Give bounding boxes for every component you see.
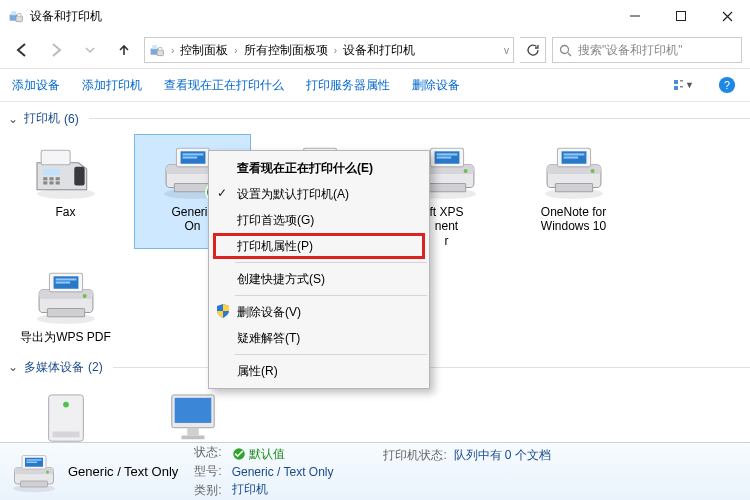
address-dropdown[interactable]: v — [504, 45, 509, 56]
status-model-key: 型号: — [194, 464, 221, 478]
multimedia-grid: Administrator的 VihomeMediaS — [8, 384, 750, 442]
svg-rect-38 — [680, 80, 683, 82]
server-props-cmd[interactable]: 打印服务器属性 — [306, 77, 390, 94]
group-title: 打印机 — [24, 110, 60, 127]
device-fax[interactable]: Fax — [8, 135, 123, 248]
chevron-down-icon: ⌄ — [8, 360, 20, 374]
add-printer-cmd[interactable]: 添加打印机 — [82, 77, 142, 94]
fax-icon — [32, 142, 100, 200]
breadcrumb[interactable]: 所有控制面板项 — [244, 42, 328, 59]
svg-rect-37 — [674, 80, 678, 84]
ctx-set-default[interactable]: ✓设置为默认打印机(A) — [209, 181, 429, 207]
ctx-see-queue[interactable]: 查看现在正在打印什么(E) — [209, 155, 429, 181]
address-root-icon — [149, 42, 165, 58]
ctx-troubleshoot[interactable]: 疑难解答(T) — [209, 325, 429, 351]
maximize-button[interactable] — [658, 0, 704, 32]
group-title: 多媒体设备 — [24, 359, 84, 376]
device-label: ft XPS nent r — [429, 205, 463, 248]
command-toolbar: 添加设备 添加打印机 查看现在正在打印什么 打印服务器属性 删除设备 ▼ — [0, 68, 750, 102]
status-model-val: Generic / Text Only — [232, 465, 334, 479]
printer-icon — [32, 267, 100, 325]
status-class-key: 类别: — [194, 483, 221, 497]
context-menu: 查看现在正在打印什么(E) ✓设置为默认打印机(A) 打印首选项(G) 打印机属… — [208, 150, 430, 389]
ctx-printer-props[interactable]: 打印机属性(P) — [209, 233, 429, 259]
status-class-val: 打印机 — [232, 481, 334, 498]
search-placeholder: 搜索"设备和打印机" — [578, 42, 683, 59]
group-header-printers[interactable]: ⌄ 打印机 (6) — [8, 110, 750, 127]
remove-device-cmd[interactable]: 删除设备 — [412, 77, 460, 94]
device-label: Fax — [55, 205, 75, 219]
svg-rect-39 — [674, 86, 678, 90]
chevron-right-icon: › — [334, 45, 337, 56]
status-state-key: 状态: — [194, 445, 221, 459]
ctx-properties[interactable]: 属性(R) — [209, 358, 429, 384]
content-area: ⌄ 打印机 (6) Fax GenericOn ft XPS nent r On… — [0, 102, 750, 442]
device-onenote[interactable]: OneNote for Windows 10 — [516, 135, 631, 248]
server-icon — [39, 388, 93, 442]
group-count: (2) — [88, 360, 103, 374]
svg-point-36 — [561, 45, 569, 53]
ctx-preferences[interactable]: 打印首选项(G) — [209, 207, 429, 233]
window-title: 设备和打印机 — [30, 8, 612, 25]
status-queue-key: 打印机状态: — [383, 448, 446, 462]
status-bar: Generic / Text Only 状态: 型号: 类别: 默认值 Gene… — [0, 442, 750, 500]
recent-dropdown[interactable] — [76, 36, 104, 64]
navbar: › 控制面板 › 所有控制面板项 › 设备和打印机 v 搜索"设备和打印机" — [0, 32, 750, 68]
search-icon — [559, 44, 572, 57]
minimize-button[interactable] — [612, 0, 658, 32]
status-state-val: 默认值 — [232, 446, 334, 463]
shield-icon — [215, 303, 231, 319]
see-queue-cmd[interactable]: 查看现在正在打印什么 — [164, 77, 284, 94]
device-label: 导出为WPS PDF — [20, 330, 111, 344]
breadcrumb[interactable]: 控制面板 — [180, 42, 228, 59]
devices-printers-icon — [8, 8, 24, 24]
close-button[interactable] — [704, 0, 750, 32]
printer-icon — [540, 142, 608, 200]
back-button[interactable] — [8, 36, 36, 64]
device-vihomemedias[interactable]: VihomeMediaS — [135, 384, 250, 442]
ctx-remove[interactable]: 删除设备(V) — [209, 299, 429, 325]
device-wps-pdf[interactable]: 导出为WPS PDF — [8, 260, 123, 344]
group-count: (6) — [64, 112, 79, 126]
chevron-right-icon: › — [234, 45, 237, 56]
view-options-button[interactable]: ▼ — [672, 74, 694, 96]
up-button[interactable] — [110, 36, 138, 64]
breadcrumb[interactable]: 设备和打印机 — [343, 42, 415, 59]
monitor-icon — [166, 388, 220, 442]
svg-rect-35 — [677, 12, 686, 21]
status-queue-val: 队列中有 0 个文档 — [454, 448, 551, 462]
add-device-cmd[interactable]: 添加设备 — [12, 77, 60, 94]
check-icon: ✓ — [217, 186, 227, 200]
status-thumbnail — [10, 451, 58, 493]
help-button[interactable] — [716, 74, 738, 96]
device-administrator[interactable]: Administrator的 — [8, 384, 123, 442]
forward-button[interactable] — [42, 36, 70, 64]
ctx-create-shortcut[interactable]: 创建快捷方式(S) — [209, 266, 429, 292]
svg-rect-40 — [680, 86, 683, 88]
refresh-button[interactable] — [520, 37, 546, 63]
chevron-down-icon: ⌄ — [8, 112, 20, 126]
check-circle-icon — [232, 447, 246, 461]
status-name: Generic / Text Only — [68, 464, 178, 479]
chevron-right-icon: › — [171, 45, 174, 56]
titlebar: 设备和打印机 — [0, 0, 750, 32]
address-bar[interactable]: › 控制面板 › 所有控制面板项 › 设备和打印机 v — [144, 37, 514, 63]
device-label: OneNote for Windows 10 — [516, 205, 631, 234]
search-input[interactable]: 搜索"设备和打印机" — [552, 37, 742, 63]
